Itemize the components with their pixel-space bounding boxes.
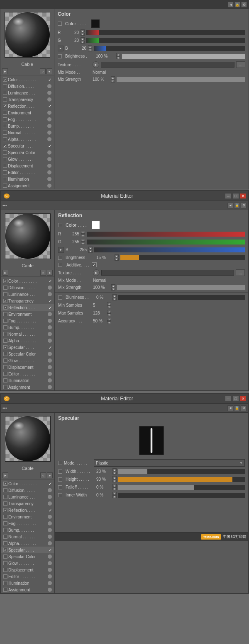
panel1-r-up[interactable]: ▲ xyxy=(81,29,85,32)
panel2-arrow-btn[interactable]: ◄ xyxy=(227,203,233,208)
panel1-texture-dots[interactable]: ... xyxy=(236,61,245,68)
sidebar-item-12[interactable]: Glow . . . . . . . xyxy=(0,156,54,162)
panel3-mode-checkbox[interactable] xyxy=(58,461,62,465)
panel2-additive-check[interactable] xyxy=(92,262,97,267)
panel3-width-down[interactable]: ▼ xyxy=(112,472,117,475)
sidebar-item-2[interactable]: Luminance . . . xyxy=(1,494,54,500)
panel2-mix-up[interactable]: ▲ xyxy=(111,284,115,287)
sidebar-item-cb-1[interactable] xyxy=(3,286,7,290)
sidebar-item-cb-8[interactable] xyxy=(3,535,7,539)
sidebar-item-cb-9[interactable] xyxy=(3,339,7,343)
sidebar-item-cb-0[interactable] xyxy=(3,279,7,283)
sidebar-item-13[interactable]: Displacement xyxy=(1,364,54,370)
sidebar-item-15[interactable]: Illumination xyxy=(1,580,54,586)
sidebar-item-5[interactable]: Environment xyxy=(0,109,54,116)
sidebar-item-12[interactable]: Glow . . . . . . . xyxy=(1,357,54,364)
sidebar-item-cb-1[interactable] xyxy=(3,488,7,492)
panel2-brightness-up[interactable]: ▲ xyxy=(115,254,119,257)
panel1-g-down[interactable]: ▼ xyxy=(81,41,85,44)
sidebar-item-16[interactable]: Assignment xyxy=(1,586,54,593)
sidebar-item-5[interactable]: Environment xyxy=(1,513,54,520)
sidebar-item-cb-8[interactable] xyxy=(3,332,7,336)
panel1-brightness-down[interactable]: ▼ xyxy=(116,56,120,59)
panel2-color-checkbox[interactable] xyxy=(58,223,62,227)
panel2-maximize[interactable]: □ xyxy=(232,193,239,199)
sidebar-item-cb-5[interactable] xyxy=(3,312,7,316)
panel2-brightness-checkbox[interactable] xyxy=(58,256,62,260)
sidebar-item-11[interactable]: Specular Color xyxy=(1,351,54,357)
panel2-b-down[interactable]: ▼ xyxy=(88,250,93,253)
panel1-brightness-up[interactable]: ▲ xyxy=(116,53,120,56)
panel3-height-down[interactable]: ▼ xyxy=(112,479,117,482)
panel3-falloff-down[interactable]: ▼ xyxy=(112,487,117,490)
panel3-settings-btn[interactable]: ⚙ xyxy=(241,405,247,411)
sidebar-item-cb-9[interactable] xyxy=(3,541,7,545)
panel2-texture-dots[interactable]: ... xyxy=(236,269,245,276)
panel2-mix-down[interactable]: ▼ xyxy=(111,288,115,291)
panel3-height-up[interactable]: ▲ xyxy=(112,476,117,479)
panel2-b-arrow[interactable]: ► xyxy=(58,247,64,253)
sidebar-item-cb-15[interactable] xyxy=(3,581,7,585)
sidebar-item-16[interactable]: Assignment xyxy=(0,182,54,189)
panel2-additive-checkbox[interactable] xyxy=(58,263,62,267)
sidebar-item-2[interactable]: Luminance . . . xyxy=(0,90,54,96)
panel2-brightness-down[interactable]: ▼ xyxy=(115,258,119,261)
sidebar-item-7[interactable]: Bump. . . . . . . xyxy=(1,324,54,331)
sidebar-item-cb-13[interactable] xyxy=(3,568,7,572)
sidebar-item-cb-5[interactable] xyxy=(3,111,7,115)
sidebar-item-cb-12[interactable] xyxy=(3,358,7,363)
sidebar-item-8[interactable]: Normal . . . . . . xyxy=(0,129,54,136)
panel2-g-up[interactable]: ▲ xyxy=(81,239,85,242)
sidebar-item-8[interactable]: Normal . . . . . . xyxy=(1,533,54,540)
sidebar-item-4[interactable]: Reflection. . . .✓ xyxy=(0,103,54,109)
panel3-innerwidth-up[interactable]: ▲ xyxy=(112,492,117,495)
sidebar-item-cb-11[interactable] xyxy=(3,352,7,356)
panel1-opt1[interactable]: ○ xyxy=(40,68,46,74)
panel3-close[interactable]: ✕ xyxy=(240,396,247,402)
sidebar-item-cb-13[interactable] xyxy=(3,164,7,168)
sidebar-item-4[interactable]: Reflection. . . .✓ xyxy=(1,507,54,513)
sidebar-item-cb-0[interactable] xyxy=(3,482,7,486)
sidebar-item-9[interactable]: Alpha. . . . . . . . xyxy=(1,540,54,547)
sidebar-item-11[interactable]: Specular Color xyxy=(0,149,54,156)
sidebar-item-15[interactable]: Illumination xyxy=(1,377,54,384)
sidebar-item-3[interactable]: Transparency xyxy=(1,500,54,507)
sidebar-item-cb-3[interactable] xyxy=(3,299,7,303)
panel1-color-checkbox[interactable] xyxy=(58,22,62,26)
sidebar-item-7[interactable]: Bump. . . . . . . xyxy=(1,527,54,533)
sidebar-item-14[interactable]: Editor . . . . . . . xyxy=(1,370,54,377)
panel1-g-up[interactable]: ▲ xyxy=(81,37,85,40)
sidebar-item-cb-5[interactable] xyxy=(3,515,7,519)
panel2-mins-down[interactable]: ▼ xyxy=(107,305,111,308)
sidebar-item-6[interactable]: Fog . . . . . . . . . xyxy=(0,116,54,123)
sidebar-item-12[interactable]: Glow . . . . . . . xyxy=(1,560,54,567)
panel2-settings-btn[interactable]: ⚙ xyxy=(241,203,247,208)
sidebar-item-14[interactable]: Editor . . . . . . . xyxy=(1,573,54,580)
sidebar-item-10[interactable]: Specular . . . .✓ xyxy=(0,143,54,149)
sidebar-item-7[interactable]: Bump. . . . . . . xyxy=(0,123,54,129)
sidebar-item-10[interactable]: Specular . . . .✓ xyxy=(1,344,54,351)
panel3-falloff-checkbox[interactable] xyxy=(58,485,62,489)
panel2-r-up[interactable]: ▲ xyxy=(81,231,85,234)
panel3-minimize[interactable]: ─ xyxy=(225,396,232,402)
panel3-maximize[interactable]: □ xyxy=(232,396,239,402)
panel3-opt2[interactable]: ● xyxy=(47,472,53,478)
panel2-close[interactable]: ✕ xyxy=(240,193,247,199)
sidebar-item-0[interactable]: Color . . . . . . . .✓ xyxy=(1,480,54,487)
sidebar-item-1[interactable]: Diffusion. . . . . xyxy=(0,83,54,90)
panel2-maxs-down[interactable]: ▼ xyxy=(107,313,111,316)
panel3-innerwidth-checkbox[interactable] xyxy=(58,493,62,497)
sidebar-item-cb-10[interactable] xyxy=(3,548,7,552)
panel1-opt2[interactable]: ● xyxy=(46,68,52,74)
panel3-arrow-btn[interactable]: ◄ xyxy=(227,405,233,411)
sidebar-item-cb-14[interactable] xyxy=(3,372,7,376)
sidebar-item-cb-0[interactable] xyxy=(3,77,7,82)
sidebar-item-cb-13[interactable] xyxy=(3,365,7,369)
sidebar-item-cb-4[interactable] xyxy=(3,305,7,310)
sidebar-item-16[interactable]: Assignment xyxy=(1,384,54,390)
sidebar-item-2[interactable]: Luminance . . . xyxy=(1,291,54,298)
panel1-color-swatch[interactable] xyxy=(91,19,100,28)
panel2-blur-down[interactable]: ▼ xyxy=(112,298,117,300)
sidebar-item-cb-11[interactable] xyxy=(3,150,7,155)
sidebar-item-0[interactable]: Color . . . . . . . .✓ xyxy=(1,278,54,284)
